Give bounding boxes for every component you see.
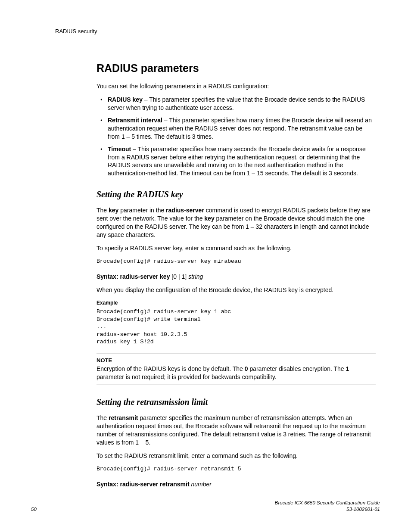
syntax-opts: [0 | 1] [171,273,188,280]
page-footer: 50 Brocade ICX 6650 Security Configurati… [31,500,380,513]
paragraph: When you display the configuration of th… [97,286,376,294]
heading-setting-retransmission-limit: Setting the retransmission limit [97,396,376,408]
footer-doc-number: 53-1002601-01 [275,506,380,513]
syntax-arg: string [188,273,203,280]
term: Timeout [108,146,131,152]
text-bold: radius-server [166,207,204,214]
text: Encryption of the RADIUS keys is done by… [97,365,245,372]
running-header: RADIUS security [55,28,380,35]
text: parameter disables encryption. The [248,365,346,372]
text-bold: key [109,207,118,214]
heading-radius-parameters: RADIUS parameters [97,61,376,76]
text-bold: key [204,215,214,222]
syntax-line: Syntax: radius-server retransmit number [97,480,376,488]
page: RADIUS security RADIUS parameters You ca… [0,0,411,532]
term-desc: – This parameter specifies the value tha… [108,96,365,111]
term-desc: – This parameter specifies how many seco… [108,146,366,177]
list-item: Timeout – This parameter specifies how m… [105,145,376,178]
heading-setting-radius-key: Setting the RADIUS key [97,189,376,200]
syntax-line: Syntax: radius-server key [0 | 1] string [97,273,376,281]
syntax-label: Syntax: [97,273,120,280]
note-body: Encryption of the RADIUS keys is done by… [97,365,376,381]
list-item: Retransmit interval – This parameter spe… [105,116,376,141]
text: parameter is not required; it is provide… [97,373,277,380]
text: parameter specifies the maximum number o… [97,414,371,446]
text: parameter in the [118,207,166,214]
code-block: Brocade(config)# radius-server retransmi… [97,465,376,473]
paragraph: To specify a RADIUS server key, enter a … [97,244,376,252]
text-bold: retransmit [109,414,138,421]
syntax-cmd: radius-server retransmit [120,481,191,488]
text: The [97,207,109,214]
paragraph: To set the RADIUS retransmit limit, ente… [97,452,376,460]
note-block: NOTE Encryption of the RADIUS keys is do… [97,354,376,385]
text-bold: 1 [346,365,349,372]
parameter-list: RADIUS key – This parameter specifies th… [97,96,376,177]
syntax-label: Syntax: [97,481,120,488]
syntax-cmd: radius-server key [120,273,171,280]
text: The [97,414,109,421]
paragraph: The key parameter in the radius-server c… [97,206,376,239]
list-item: RADIUS key – This parameter specifies th… [105,96,376,112]
example-label: Example [97,299,376,306]
note-label: NOTE [97,357,376,364]
syntax-arg: number [191,481,211,488]
code-block: Brocade(config)# radius-server key mirab… [97,258,376,265]
paragraph: The retransmit parameter specifies the m… [97,414,376,447]
page-number: 50 [31,506,37,513]
term: RADIUS key [108,96,143,103]
intro-paragraph: You can set the following parameters in … [97,82,376,90]
term: Retransmit interval [108,117,162,124]
text-bold: 0 [245,365,248,372]
code-block: Brocade(config)# radius-server key 1 abc… [97,308,376,346]
footer-doc-info: Brocade ICX 6650 Security Configuration … [275,500,380,513]
content-area: RADIUS parameters You can set the follow… [97,61,376,489]
footer-guide-title: Brocade ICX 6650 Security Configuration … [275,500,380,507]
